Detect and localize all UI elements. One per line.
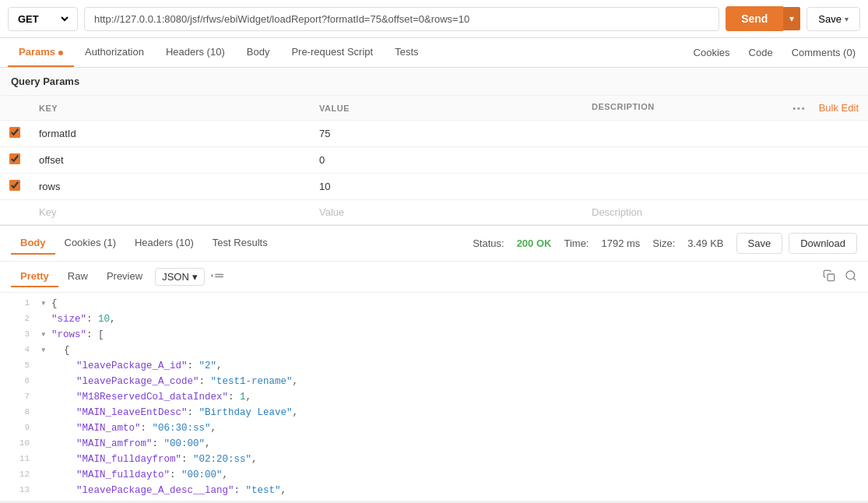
code-tab-raw[interactable]: Raw bbox=[58, 266, 97, 287]
tab-params[interactable]: Params bbox=[8, 38, 74, 67]
row-desc-3[interactable] bbox=[582, 174, 868, 200]
tab-tests[interactable]: Tests bbox=[384, 38, 429, 67]
save-label: Save bbox=[818, 13, 842, 25]
json-line: 13 "leavePackage_A_desc__lang": "test", bbox=[0, 483, 868, 498]
row-key-2[interactable]: offset bbox=[30, 147, 310, 174]
row-check-3[interactable] bbox=[0, 174, 30, 200]
response-tabs: Body Cookies (1) Headers (10) Test Resul… bbox=[11, 232, 277, 255]
tab-headers[interactable]: Headers (10) bbox=[155, 38, 236, 67]
key-col-header: KEY bbox=[30, 96, 310, 121]
code-tab-pretty[interactable]: Pretty bbox=[11, 266, 58, 287]
row-desc-1[interactable] bbox=[582, 121, 868, 147]
send-dropdown-button[interactable]: ▾ bbox=[783, 7, 800, 30]
row-value-empty[interactable]: Value bbox=[310, 200, 582, 225]
top-bar: GET POST PUT DELETE Send ▾ Save ▾ bbox=[0, 0, 868, 38]
line-number: 12 bbox=[6, 467, 30, 482]
response-section: Body Cookies (1) Headers (10) Test Resul… bbox=[0, 225, 868, 501]
row-key-3[interactable]: rows bbox=[30, 174, 310, 200]
right-tab-code[interactable]: Code bbox=[744, 39, 778, 66]
row-value-1[interactable]: 75 bbox=[310, 121, 582, 147]
url-input[interactable] bbox=[84, 7, 719, 31]
code-right-icons bbox=[823, 269, 857, 284]
desc-col-header: DESCRIPTION ••• Bulk Edit bbox=[582, 96, 868, 121]
line-number: 13 bbox=[6, 483, 30, 498]
chevron-down-icon: ▾ bbox=[192, 271, 198, 283]
resp-tab-cookies[interactable]: Cookies (1) bbox=[55, 232, 125, 255]
row-value-2[interactable]: 0 bbox=[310, 147, 582, 174]
row-key-empty[interactable]: Key bbox=[30, 200, 310, 225]
size-value: 3.49 KB bbox=[687, 237, 723, 249]
row-key-1[interactable]: formatId bbox=[30, 121, 310, 147]
right-tabs: Cookies Code Comments (0) bbox=[689, 39, 860, 66]
value-col-header: VALUE bbox=[310, 96, 582, 121]
row-desc-2[interactable] bbox=[582, 147, 868, 174]
json-content[interactable]: 1 ▾ { 2 "size": 10, 3 ▾ "rows": [ 4 ▾ { … bbox=[0, 293, 868, 501]
method-select[interactable]: GET POST PUT DELETE bbox=[8, 7, 78, 31]
tab-authorization[interactable]: Authorization bbox=[74, 38, 155, 67]
line-content: "rows": [ bbox=[51, 327, 104, 343]
bulk-edit-button[interactable]: Bulk Edit bbox=[819, 102, 859, 114]
line-content: "MAIN_amto": "06:30:ss", bbox=[76, 420, 216, 436]
row-check-1[interactable] bbox=[0, 121, 30, 147]
row-desc-empty[interactable]: Description bbox=[582, 200, 868, 225]
line-number: 11 bbox=[6, 452, 30, 466]
row-value-3[interactable]: 10 bbox=[310, 174, 582, 200]
send-btn-group: Send ▾ bbox=[726, 6, 800, 31]
resp-tab-body[interactable]: Body bbox=[11, 232, 55, 255]
time-label: Time: bbox=[564, 237, 589, 249]
row-check-2[interactable] bbox=[0, 147, 30, 174]
collapse-arrow[interactable]: ▾ bbox=[40, 343, 48, 358]
svg-line-2 bbox=[853, 278, 856, 280]
line-number: 3 bbox=[6, 327, 30, 342]
json-line: 3 ▾ "rows": [ bbox=[0, 327, 868, 343]
line-content: "MAIN_leaveEntDesc": "Birthday Leave", bbox=[76, 405, 298, 420]
save-button[interactable]: Save ▾ bbox=[807, 7, 860, 31]
json-line: 9 "MAIN_amto": "06:30:ss", bbox=[0, 420, 868, 436]
line-number: 5 bbox=[6, 358, 30, 373]
search-icon[interactable] bbox=[845, 269, 857, 284]
status-label: Status: bbox=[473, 237, 504, 249]
response-save-button[interactable]: Save bbox=[736, 233, 783, 254]
json-line: 10 "MAIN_amfrom": "00:00", bbox=[0, 436, 868, 452]
response-download-button[interactable]: Download bbox=[789, 233, 857, 254]
table-row-empty: Key Value Description bbox=[0, 200, 868, 225]
params-dot bbox=[58, 51, 63, 55]
tab-pre-request[interactable]: Pre-request Script bbox=[280, 38, 384, 67]
query-params-header: Query Params bbox=[0, 68, 868, 96]
format-select[interactable]: JSON ▾ bbox=[155, 268, 205, 286]
code-tab-preview[interactable]: Preview bbox=[97, 266, 152, 287]
json-line: 5 "leavePackage_A_id": "2", bbox=[0, 358, 868, 374]
right-tab-comments[interactable]: Comments (0) bbox=[787, 39, 860, 66]
copy-icon[interactable] bbox=[823, 269, 835, 284]
table-row: offset 0 bbox=[0, 147, 868, 174]
response-actions: Save Download bbox=[736, 233, 857, 254]
more-options-icon[interactable]: ••• bbox=[792, 104, 807, 113]
tab-body[interactable]: Body bbox=[236, 38, 281, 67]
response-bar: Body Cookies (1) Headers (10) Test Resul… bbox=[0, 225, 868, 262]
table-row: rows 10 bbox=[0, 174, 868, 200]
line-content: { bbox=[51, 296, 58, 311]
line-number: 8 bbox=[6, 405, 30, 420]
wrap-icon[interactable] bbox=[211, 269, 225, 285]
line-content: "MAIN_amfrom": "00:00", bbox=[76, 436, 211, 452]
json-line: 12 "MAIN_fulldayto": "00:00", bbox=[0, 467, 868, 483]
line-content: "leavePackage_A_code": "test1-rename", bbox=[76, 374, 298, 389]
line-content: "T2_A_id": "0", bbox=[76, 498, 164, 501]
collapse-arrow[interactable]: ▾ bbox=[40, 327, 48, 343]
collapse-arrow[interactable]: ▾ bbox=[40, 296, 48, 311]
resp-tab-headers[interactable]: Headers (10) bbox=[125, 232, 203, 255]
line-content: { bbox=[64, 343, 70, 358]
right-tab-cookies[interactable]: Cookies bbox=[689, 39, 735, 66]
line-number: 4 bbox=[6, 343, 30, 357]
main-content: Params Authorization Headers (10) Body P… bbox=[0, 38, 868, 501]
time-value: 1792 ms bbox=[601, 237, 640, 249]
json-line: 7 "M18ReservedCol_dataIndex": 1, bbox=[0, 389, 868, 405]
method-dropdown[interactable]: GET POST PUT DELETE bbox=[15, 12, 71, 26]
line-number: 6 bbox=[6, 374, 30, 389]
send-button[interactable]: Send bbox=[726, 6, 783, 31]
json-line: 1 ▾ { bbox=[0, 296, 868, 311]
resp-tab-test-results[interactable]: Test Results bbox=[203, 232, 277, 255]
status-value: 200 OK bbox=[517, 237, 552, 249]
line-number: 14 bbox=[6, 498, 30, 501]
line-number: 7 bbox=[6, 389, 30, 404]
